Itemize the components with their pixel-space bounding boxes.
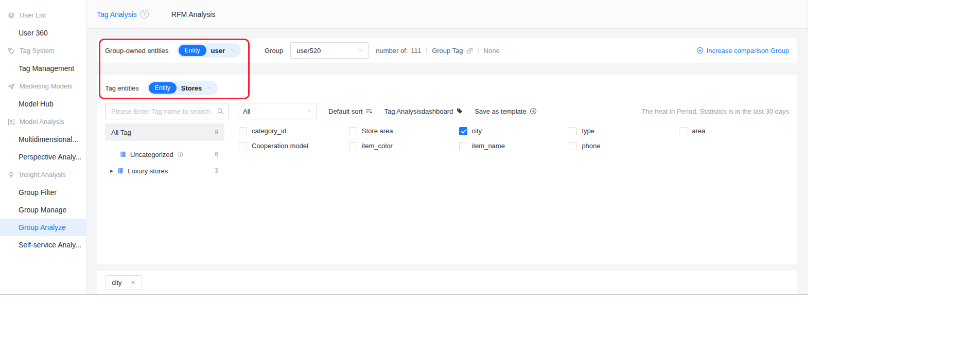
tree-item-count: 9 (215, 129, 218, 136)
sidebar-item-group-analyze[interactable]: Group Analyze (0, 219, 86, 236)
model-icon (8, 118, 15, 126)
entity-value: user (211, 47, 225, 55)
tag-checkbox-item-color[interactable]: item_color (349, 142, 459, 150)
checkbox-label: Cooperation model (252, 142, 308, 150)
insight-icon (8, 171, 15, 178)
tag-tree: All Tag 9 Uncategorized (105, 123, 224, 176)
tab-label: RFM Analysis (171, 10, 216, 19)
sidebar-item-group-manage[interactable]: Group Manage (0, 201, 86, 219)
tag-checkbox-item-name[interactable]: item_name (459, 142, 569, 150)
close-icon[interactable]: × (131, 279, 135, 286)
checkbox-label: phone (582, 142, 600, 150)
group-tag-value: None (484, 47, 500, 55)
tag-checkbox-cooperation-model[interactable]: Cooperation model (239, 142, 349, 150)
checkbox[interactable] (679, 127, 687, 135)
sidebar-item-model-hub[interactable]: Model Hub (0, 95, 86, 113)
sidebar-section-insight-analysis[interactable]: Insight Analysis (0, 166, 86, 184)
checkbox[interactable] (459, 127, 467, 135)
group-select[interactable]: user520 (290, 42, 369, 59)
entity-badge: Entity (179, 45, 206, 56)
tree-item-label: All Tag (111, 129, 131, 136)
category-filter-select[interactable]: All (237, 103, 317, 119)
tag-checkbox-area[interactable]: area (679, 127, 789, 135)
tab-rfm-analysis[interactable]: RFM Analysis (171, 10, 216, 19)
sidebar-item-self-service-analysis[interactable]: Self-service Analy... (0, 236, 86, 254)
sidebar-item-perspective-analysis[interactable]: Perspective Analy... (0, 148, 86, 166)
tree-item-label: Luxury stores (128, 167, 168, 175)
tag-checkbox-category-id[interactable]: category_id (239, 127, 349, 135)
sidebar-section-label: Insight Analysis (20, 171, 66, 178)
save-as-template-label: Save as template (475, 108, 526, 115)
sidebar-section-model-analysis[interactable]: Model Analysis (0, 113, 86, 131)
default-sort-button[interactable]: Default sort (328, 108, 373, 115)
group-tag-button[interactable]: Group Tag (432, 47, 472, 55)
group-tag-label: Group Tag (432, 47, 463, 55)
checkbox[interactable] (349, 142, 357, 150)
sidebar-section-marketing-models[interactable]: Marketing Models (0, 77, 86, 95)
sidebar-section-user-list[interactable]: User List (0, 6, 86, 24)
increase-comparison-group-button[interactable]: Increase comparison Group (696, 47, 789, 55)
main-area: Tag Analysis ? RFM Analysis Group-owned … (86, 0, 808, 294)
sidebar: User List User 360 Tag System Tag Manage… (0, 0, 86, 294)
tag-search-input[interactable] (105, 103, 229, 119)
sidebar-item-group-filter[interactable]: Group Filter (0, 184, 86, 201)
content: Group-owned entities Entity user Group u… (86, 29, 808, 294)
default-sort-label: Default sort (328, 108, 362, 115)
info-circle-icon[interactable] (177, 151, 184, 158)
checkbox[interactable] (349, 127, 357, 135)
category-filter-value: All (243, 108, 250, 115)
checkbox[interactable] (569, 127, 577, 135)
question-circle-icon[interactable]: ? (140, 10, 149, 19)
chevron-down-icon (358, 47, 364, 53)
dashboard-label: Tag Analysisdashboard (384, 108, 453, 115)
tag-checkbox-store-area[interactable]: Store area (349, 127, 459, 135)
tree-item-label: Uncategorized (130, 151, 173, 158)
tree-item-luxury-stores[interactable]: ▶ Luxury stores 3 (105, 166, 224, 176)
sidebar-item-user-360[interactable]: User 360 (0, 24, 86, 42)
save-as-template-button[interactable]: Save as template (475, 108, 536, 115)
tag-analysis-panel: Tag entities Entity Stores (97, 75, 797, 264)
checkbox[interactable] (459, 142, 467, 150)
tab-tag-analysis[interactable]: Tag Analysis ? (97, 10, 149, 19)
tree-item-all-tag[interactable]: All Tag 9 (105, 123, 224, 141)
tag-checkbox-type[interactable]: type (569, 127, 679, 135)
group-selection-panel: Group-owned entities Entity user Group u… (97, 38, 797, 63)
folder-icon (119, 151, 127, 158)
checkbox[interactable] (569, 142, 577, 150)
checkbox-label: item_name (472, 142, 505, 150)
tree-item-uncategorized[interactable]: Uncategorized 6 (105, 149, 224, 159)
number-of: number of: 111 (376, 47, 421, 55)
group-select-value: user520 (296, 47, 321, 55)
tag-analysis-dashboard-button[interactable]: Tag Analysisdashboard (384, 108, 463, 115)
caret-right-icon[interactable]: ▶ (110, 169, 113, 173)
sidebar-section-label: User List (20, 11, 46, 19)
tag-icon (8, 47, 15, 55)
chip-label: city (112, 279, 122, 287)
group-owned-entities-label: Group-owned entities (105, 47, 169, 55)
sidebar-item-tag-management[interactable]: Tag Management (0, 60, 86, 77)
sidebar-item-multidimensional[interactable]: Multidimensional... (0, 131, 86, 148)
checkbox-label: item_color (362, 142, 393, 150)
tag-checkbox-phone[interactable]: phone (569, 142, 679, 150)
group-owned-entity-select[interactable]: Entity user (177, 43, 241, 58)
divider (426, 47, 427, 53)
tag-entities-label: Tag entities (105, 84, 139, 92)
tag-entity-select[interactable]: Entity Stores (147, 81, 218, 95)
checkbox[interactable] (239, 127, 247, 135)
checkbox[interactable] (239, 142, 247, 150)
sidebar-section-label: Marketing Models (20, 82, 73, 90)
plus-circle-icon (696, 47, 704, 54)
checkbox-label: type (582, 127, 594, 135)
increase-comparison-group-label: Increase comparison Group (707, 47, 789, 55)
number-of-value: 111 (411, 47, 421, 55)
selected-tag-chip[interactable]: city × (105, 275, 142, 290)
tag-toolbar: All Default sort Tag Analysisdashboard (105, 103, 789, 119)
checkbox-label: category_id (252, 127, 286, 135)
tag-checkbox-city[interactable]: city (459, 127, 569, 135)
search-icon[interactable] (217, 108, 224, 115)
app-window: User List User 360 Tag System Tag Manage… (0, 0, 808, 295)
sidebar-section-tag-system[interactable]: Tag System (0, 42, 86, 60)
chevron-down-icon (230, 47, 236, 53)
tab-label: Tag Analysis (97, 10, 137, 19)
group-label: Group (265, 47, 283, 55)
